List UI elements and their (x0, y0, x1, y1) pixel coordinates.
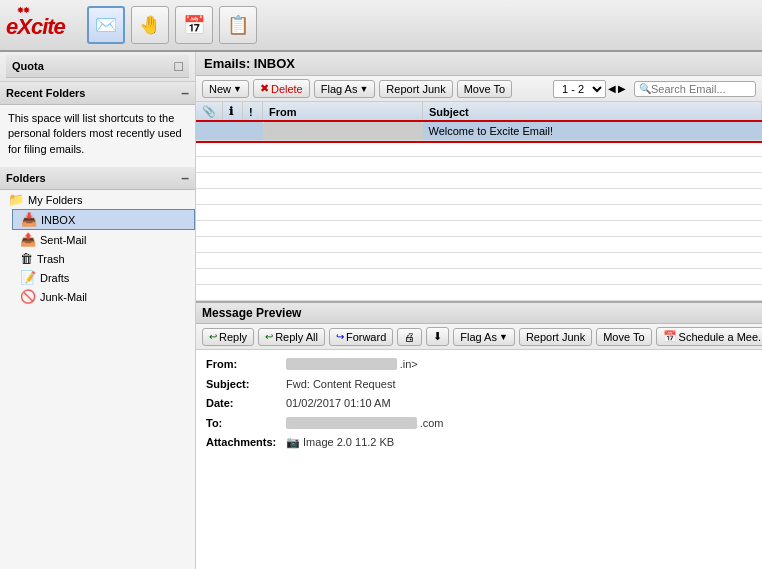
date-label: Date: (206, 395, 286, 413)
preview-report-junk-button[interactable]: Report Junk (519, 328, 592, 346)
email-section-title: Emails: INBOX (204, 56, 295, 71)
calendar-toolbar-icon[interactable]: 📅 (175, 6, 213, 44)
col-info-header: ℹ (223, 102, 243, 122)
new-label: New (209, 83, 231, 95)
move-to-label: Move To (464, 83, 505, 95)
to-label: To: (206, 415, 286, 433)
subject-value: Fwd: Content Request (286, 376, 395, 394)
quota-minimize-icon[interactable]: □ (175, 58, 183, 74)
folder-drafts-label: Drafts (40, 272, 69, 284)
search-input[interactable] (651, 83, 751, 95)
folder-trash-icon: 🗑 (20, 251, 33, 266)
app-logo: e X ✸✸ cite (6, 10, 65, 41)
folder-sent-mail[interactable]: 📤 Sent-Mail (12, 230, 195, 249)
pagination-select[interactable]: 1 - 2 (553, 80, 606, 98)
delete-label: Delete (271, 83, 303, 95)
email-list-area: 📎 ℹ ! From Subject Email Team Welcome (196, 102, 762, 301)
row-attach (196, 122, 223, 141)
preview-flag-label: Flag As (460, 331, 497, 343)
pagination-next-icon[interactable]: ▶ (618, 83, 626, 94)
flag-as-button[interactable]: Flag As ▼ (314, 80, 376, 98)
download-button[interactable]: ⬇ (426, 327, 449, 346)
tasks-toolbar-icon[interactable]: 📋 (219, 6, 257, 44)
folders-minimize-icon[interactable]: – (181, 170, 189, 186)
preview-toolbar: ↩ Reply ↩ Reply All ↪ Forward 🖨 ⬇ (196, 324, 762, 350)
schedule-label: Schedule a Mee... (679, 331, 762, 343)
folder-junk-mail[interactable]: 🚫 Junk-Mail (12, 287, 195, 306)
content-area: Emails: INBOX New ▼ ✖ Delete Flag As ▼ R… (196, 52, 762, 569)
folder-sent-label: Sent-Mail (40, 234, 86, 246)
folder-inbox-label: INBOX (41, 214, 75, 226)
folder-junk-icon: 🚫 (20, 289, 36, 304)
table-row-empty-5 (196, 205, 762, 221)
to-blurred (286, 417, 417, 429)
folder-my-folders-icon: 📁 (8, 192, 24, 207)
table-row-empty-3 (196, 173, 762, 189)
row-from[interactable]: Email Team (263, 122, 423, 141)
preview-move-to-button[interactable]: Move To (596, 328, 651, 346)
schedule-meeting-button[interactable]: 📅 Schedule a Mee... (656, 327, 762, 346)
folder-drafts[interactable]: 📝 Drafts (12, 268, 195, 287)
recent-folders-minimize-icon[interactable]: – (181, 85, 189, 101)
search-box[interactable]: 🔍 (634, 81, 756, 97)
folder-drafts-icon: 📝 (20, 270, 36, 285)
contacts-toolbar-icon[interactable]: 🤚 (131, 6, 169, 44)
attachment-icon: 📷 (286, 436, 300, 448)
forward-arrow-icon: ↪ (336, 331, 344, 342)
email-list-table: 📎 ℹ ! From Subject Email Team Welcome (196, 102, 762, 301)
folder-inbox-icon: 📥 (21, 212, 37, 227)
preview-subject-row: Subject: Fwd: Content Request (206, 376, 752, 394)
move-to-button[interactable]: Move To (457, 80, 512, 98)
recent-folders-label: Recent Folders (6, 87, 85, 99)
from-label: From: (206, 356, 286, 374)
email-table-header-row: 📎 ℹ ! From Subject (196, 102, 762, 122)
folder-inbox[interactable]: 📥 INBOX (12, 209, 195, 230)
col-from-header[interactable]: From (263, 102, 423, 122)
flag-dropdown-icon[interactable]: ▼ (359, 84, 368, 94)
new-dropdown-icon[interactable]: ▼ (233, 84, 242, 94)
reply-all-button[interactable]: ↩ Reply All (258, 328, 325, 346)
from-value: .in> (286, 356, 418, 374)
mail-toolbar-icon[interactable]: ✉️ (87, 6, 125, 44)
email-toolbar: New ▼ ✖ Delete Flag As ▼ Report Junk Mov… (196, 76, 762, 102)
preview-attachments-row: Attachments: 📷 Image 2.0 11.2 KB (206, 434, 752, 452)
pagination-prev-icon[interactable]: ◀ (608, 83, 616, 94)
report-junk-button[interactable]: Report Junk (379, 80, 452, 98)
message-preview-panel: Message Preview ↩ Reply ↩ Reply All ↪ Fo… (196, 301, 762, 569)
attachments-value: 📷 Image 2.0 11.2 KB (286, 434, 394, 452)
col-attach-header: 📎 (196, 102, 223, 122)
delete-button[interactable]: ✖ Delete (253, 79, 310, 98)
folder-my-folders[interactable]: 📁 My Folders (0, 190, 195, 209)
new-button[interactable]: New ▼ (202, 80, 249, 98)
reply-arrow-icon: ↩ (209, 331, 217, 342)
forward-button[interactable]: ↪ Forward (329, 328, 393, 346)
table-row-empty-8 (196, 253, 762, 269)
preview-header: Message Preview (196, 303, 762, 324)
table-row-empty-4 (196, 189, 762, 205)
flag-as-label: Flag As (321, 83, 358, 95)
quota-section: Quota □ (0, 52, 195, 82)
recent-folders-header: Recent Folders – (0, 82, 195, 105)
folder-trash-label: Trash (37, 253, 65, 265)
quota-label: Quota (12, 60, 44, 72)
table-row-empty-9 (196, 269, 762, 285)
col-subject-header[interactable]: Subject (423, 102, 762, 122)
quota-header: Quota □ (6, 55, 189, 78)
table-row-empty-10 (196, 285, 762, 301)
folder-my-folders-label: My Folders (28, 194, 82, 206)
print-button[interactable]: 🖨 (397, 328, 422, 346)
calendar-small-icon: 📅 (663, 330, 677, 343)
row-subject[interactable]: Welcome to Excite Email! (423, 122, 762, 141)
preview-flag-as-button[interactable]: Flag As ▼ (453, 328, 515, 346)
table-row[interactable]: Email Team Welcome to Excite Email! (196, 122, 762, 141)
folder-junk-label: Junk-Mail (40, 291, 87, 303)
reply-all-arrow-icon: ↩ (265, 331, 273, 342)
folder-trash[interactable]: 🗑 Trash (12, 249, 195, 268)
preview-flag-dropdown-icon[interactable]: ▼ (499, 332, 508, 342)
subject-label: Subject: (206, 376, 286, 394)
reply-button[interactable]: ↩ Reply (202, 328, 254, 346)
email-section-header: Emails: INBOX (196, 52, 762, 76)
folders-section: Folders – 📁 My Folders 📥 INBOX 📤 Sent-Ma… (0, 163, 195, 310)
attachment-filename: Image 2.0 11.2 KB (303, 436, 394, 448)
search-icon: 🔍 (639, 83, 651, 94)
